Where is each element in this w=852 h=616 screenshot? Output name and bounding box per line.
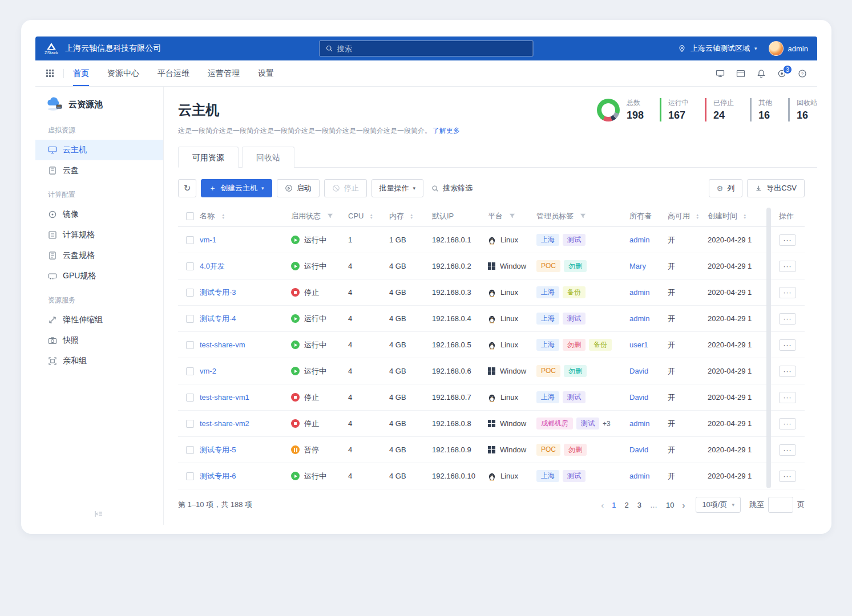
jump-page-input[interactable] <box>768 497 793 513</box>
row-actions-button[interactable]: ··· <box>779 471 796 482</box>
sidebar-item-2-1[interactable]: 快照 <box>35 330 163 351</box>
row-checkbox[interactable] <box>186 420 194 428</box>
row-checkbox[interactable] <box>186 394 194 402</box>
row-checkbox[interactable] <box>186 472 194 480</box>
vm-name-link[interactable]: vm-1 <box>200 236 216 244</box>
row-checkbox[interactable] <box>186 341 194 349</box>
vm-name-link[interactable]: 测试专用-5 <box>200 445 236 455</box>
status-icon <box>291 419 300 428</box>
page-number-3[interactable]: 3 <box>636 501 643 509</box>
help-icon[interactable]: ? <box>798 69 807 78</box>
table-scrollbar[interactable] <box>766 208 771 488</box>
vm-name-link[interactable]: vm-2 <box>200 367 216 375</box>
sort-icon[interactable]: ▲▼ <box>696 213 699 219</box>
row-checkbox[interactable] <box>186 446 194 454</box>
page-number-2[interactable]: 2 <box>623 501 630 509</box>
search-filter-button[interactable]: 搜索筛选 <box>428 179 476 197</box>
vm-name-link[interactable]: test-share-vm2 <box>200 419 249 428</box>
sidebar-item-1-3[interactable]: GPU规格 <box>35 266 163 286</box>
sort-icon[interactable]: ▲▼ <box>369 213 373 219</box>
tab-0[interactable]: 可用资源 <box>178 147 239 168</box>
owner-link[interactable]: admin <box>629 472 649 480</box>
refresh-button[interactable]: ↻ <box>178 179 196 197</box>
nav-item-1[interactable]: 资源中心 <box>107 60 139 86</box>
bell-icon[interactable] <box>757 69 766 78</box>
display-icon[interactable] <box>716 69 725 78</box>
sidebar-item-1-0[interactable]: 镜像 <box>35 204 163 225</box>
owner-link[interactable]: user1 <box>629 341 648 349</box>
filter-icon[interactable] <box>327 213 333 219</box>
owner-link[interactable]: admin <box>629 288 649 297</box>
sort-icon[interactable]: ▲▼ <box>410 213 413 219</box>
nav-item-3[interactable]: 运营管理 <box>208 60 240 86</box>
next-page-icon[interactable]: › <box>681 500 686 510</box>
row-checkbox[interactable] <box>186 315 194 323</box>
apps-grid-icon[interactable] <box>46 69 54 78</box>
row-checkbox[interactable] <box>186 289 194 297</box>
columns-button[interactable]: ⚙ 列 <box>709 179 743 197</box>
nav-item-0[interactable]: 首页 <box>73 60 89 86</box>
row-actions-button[interactable]: ··· <box>779 287 796 298</box>
page-number-10[interactable]: 10 <box>664 501 676 509</box>
owner-link[interactable]: David <box>629 367 648 375</box>
owner-link[interactable]: admin <box>629 236 649 244</box>
username[interactable]: admin <box>788 44 808 53</box>
owner-link[interactable]: admin <box>629 314 649 323</box>
row-actions-button[interactable]: ··· <box>779 366 796 377</box>
owner-link[interactable]: Mary <box>629 262 646 270</box>
status-label: 暂停 <box>304 445 319 455</box>
sidebar-item-0-0[interactable]: 云主机 <box>35 140 163 160</box>
start-button[interactable]: 启动 <box>277 179 320 197</box>
row-actions-button[interactable]: ··· <box>779 234 796 246</box>
windows-icon <box>488 446 495 453</box>
status-label: 运行中 <box>304 261 326 271</box>
sidebar-item-0-1[interactable]: 云盘 <box>35 160 163 181</box>
owner-link[interactable]: David <box>629 393 648 402</box>
avatar[interactable] <box>769 41 784 56</box>
record-icon[interactable]: 3 <box>777 69 786 78</box>
vm-name-link[interactable]: test-share-vm <box>200 341 245 349</box>
stop-button[interactable]: 停止 <box>324 179 367 197</box>
row-checkbox[interactable] <box>186 367 194 375</box>
nav-item-2[interactable]: 平台运维 <box>158 60 189 86</box>
prev-page-icon[interactable]: ‹ <box>600 500 605 510</box>
vm-name-link[interactable]: 测试专用-4 <box>200 314 236 324</box>
sort-icon[interactable]: ▲▼ <box>743 213 746 219</box>
vm-name-link[interactable]: 4.0开发 <box>200 261 225 271</box>
create-vm-button[interactable]: ＋ 创建云主机 ▾ <box>201 179 272 197</box>
row-actions-button[interactable]: ··· <box>779 444 796 456</box>
page-number-1[interactable]: 1 <box>610 501 617 509</box>
row-checkbox[interactable] <box>186 262 194 270</box>
filter-icon[interactable] <box>580 213 586 219</box>
sidebar-item-1-1[interactable]: 计算规格 <box>35 225 163 245</box>
row-actions-button[interactable]: ··· <box>779 339 796 351</box>
vm-name-link[interactable]: test-share-vm1 <box>200 393 249 402</box>
batch-actions-button[interactable]: 批量操作 ▾ <box>372 179 424 197</box>
sidebar-item-2-2[interactable]: 亲和组 <box>35 351 163 371</box>
row-actions-button[interactable]: ··· <box>779 392 796 403</box>
more-tags[interactable]: +3 <box>603 420 611 428</box>
global-search[interactable] <box>320 40 534 56</box>
row-actions-button[interactable]: ··· <box>779 261 796 272</box>
tab-1[interactable]: 回收站 <box>242 147 294 168</box>
page-size-select[interactable]: 10项/页 ▾ <box>696 497 741 513</box>
search-input[interactable] <box>337 44 527 53</box>
row-checkbox[interactable] <box>186 236 194 244</box>
sidebar-item-1-2[interactable]: 云盘规格 <box>35 245 163 266</box>
sidebar-item-2-0[interactable]: 弹性伸缩组 <box>35 310 163 330</box>
window-icon[interactable] <box>736 69 745 78</box>
row-actions-button[interactable]: ··· <box>779 313 796 325</box>
nav-item-4[interactable]: 设置 <box>258 60 274 86</box>
vm-name-link[interactable]: 测试专用-6 <box>200 471 236 481</box>
owner-link[interactable]: David <box>629 445 648 454</box>
filter-icon[interactable] <box>509 213 515 219</box>
vm-name-link[interactable]: 测试专用-3 <box>200 287 236 298</box>
row-actions-button[interactable]: ··· <box>779 418 796 429</box>
export-csv-button[interactable]: 导出CSV <box>747 179 805 197</box>
collapse-sidebar-icon[interactable] <box>95 510 103 519</box>
select-all-checkbox[interactable] <box>186 212 194 220</box>
sort-icon[interactable]: ▲▼ <box>221 213 225 219</box>
region-selector[interactable]: 上海云轴测试区域 <box>691 43 750 54</box>
learn-more-link[interactable]: 了解更多 <box>433 127 460 135</box>
owner-link[interactable]: admin <box>629 419 649 428</box>
